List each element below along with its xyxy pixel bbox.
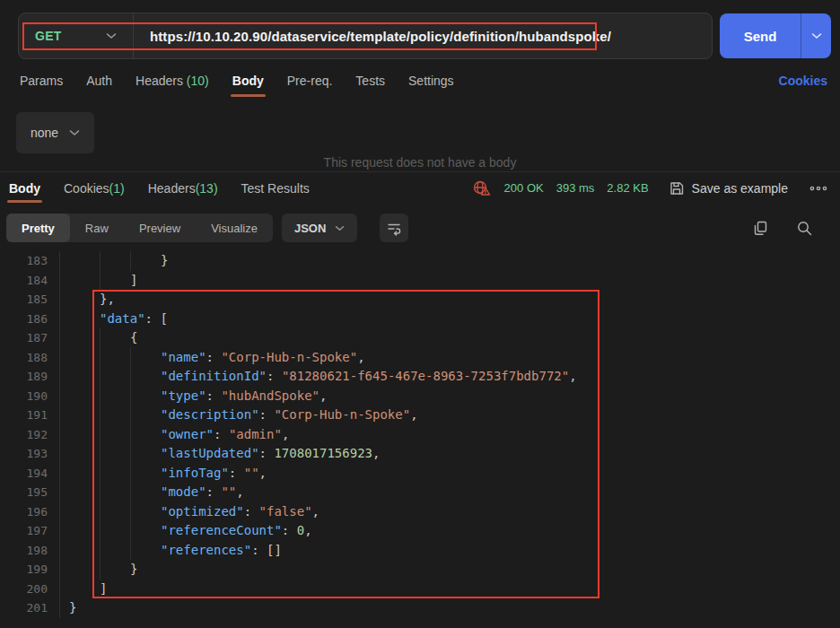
- request-tab-tests[interactable]: Tests: [355, 74, 385, 97]
- url-input[interactable]: https://10.10.20.90/dataservice/template…: [150, 29, 611, 44]
- code-text: "mode": "",: [161, 484, 244, 499]
- token: "name": [161, 350, 206, 364]
- token: ,: [304, 523, 311, 537]
- indent-guide: [100, 483, 101, 502]
- indent-guide: [100, 251, 101, 271]
- more-options-button[interactable]: [809, 186, 827, 191]
- request-url-row: GET https://10.10.20.90/dataservice/temp…: [18, 13, 831, 59]
- indent-guide: [100, 464, 101, 484]
- response-tab-body[interactable]: Body: [9, 172, 40, 204]
- chevron-down-icon: [335, 225, 345, 231]
- indent-guide: [100, 560, 101, 580]
- wrap-text-button[interactable]: [380, 214, 408, 242]
- token: 0: [297, 523, 304, 537]
- token: "81280621-f645-467e-8963-7253f7bdb772": [282, 369, 569, 383]
- search-button[interactable]: [796, 220, 813, 237]
- code-line: 189"definitionId": "81280621-f645-467e-8…: [0, 367, 840, 387]
- response-size[interactable]: 2.82 KB: [607, 181, 648, 195]
- token: :: [259, 407, 275, 422]
- status-badge[interactable]: 200 OK: [504, 181, 544, 195]
- line-number: 200: [0, 580, 48, 599]
- indent-guide: [100, 425, 101, 445]
- code-content: "infoTag": "",: [60, 464, 840, 484]
- token: 1708017156923: [274, 446, 372, 460]
- method-label: GET: [35, 29, 62, 43]
- tab-count: (13): [196, 181, 218, 196]
- indent-guide: [130, 387, 131, 406]
- view-tab-preview[interactable]: Preview: [124, 214, 196, 242]
- code-line: 184]: [0, 271, 840, 291]
- method-dropdown[interactable]: GET: [19, 13, 134, 58]
- view-tab-pretty[interactable]: Pretty: [6, 214, 70, 242]
- request-tab-auth[interactable]: Auth: [86, 74, 112, 97]
- code-text: ]: [100, 581, 107, 596]
- code-line: 201}: [0, 598, 840, 618]
- request-tab-settings[interactable]: Settings: [408, 74, 454, 97]
- response-tabs: BodyCookies (1)Headers (13)Test Results: [9, 172, 310, 204]
- token: :: [206, 484, 222, 499]
- body-type-dropdown[interactable]: none: [16, 112, 94, 153]
- request-tab-pre-req[interactable]: Pre-req.: [287, 74, 333, 97]
- response-tab-headers[interactable]: Headers (13): [148, 172, 218, 204]
- token: ,: [312, 504, 319, 519]
- gutter-divider: [48, 271, 60, 291]
- line-number: 193: [0, 444, 48, 464]
- code-line: 194"infoTag": "",: [0, 464, 840, 484]
- tab-label: Headers: [148, 181, 196, 196]
- indent-guide: [130, 483, 131, 502]
- indent-guide: [100, 367, 101, 387]
- code-line: 195"mode": "",: [0, 483, 840, 502]
- token: ]: [130, 273, 137, 287]
- tab-label: Params: [20, 74, 63, 88]
- code-text: "optimized": "false",: [161, 504, 319, 519]
- cookies-link[interactable]: Cookies: [779, 74, 827, 88]
- tab-label: Pre-req.: [287, 74, 333, 88]
- code-content: "definitionId": "81280621-f645-467e-8963…: [60, 367, 840, 387]
- code-content: "references": []: [60, 541, 840, 561]
- line-number: 191: [0, 406, 48, 425]
- response-tab-cookies[interactable]: Cookies (1): [64, 172, 125, 204]
- send-button[interactable]: Send: [720, 13, 801, 58]
- request-tab-params[interactable]: Params: [20, 74, 63, 97]
- ellipsis-icon: [809, 186, 827, 191]
- token: :: [259, 446, 275, 460]
- gutter-divider: [48, 406, 60, 425]
- response-time[interactable]: 393 ms: [556, 181, 595, 195]
- format-dropdown[interactable]: JSON: [282, 214, 357, 242]
- token: :: [206, 388, 222, 403]
- gutter-divider: [48, 444, 60, 464]
- search-icon: [796, 220, 813, 237]
- code-line: 196"optimized": "false",: [0, 502, 840, 522]
- code-content: ]: [60, 580, 840, 599]
- code-text: "data": [: [100, 311, 168, 326]
- request-tab-headers[interactable]: Headers (10): [136, 74, 209, 97]
- indent-guide: [100, 328, 101, 348]
- globe-warning-icon[interactable]: [472, 179, 492, 197]
- save-as-example-button[interactable]: Save as example: [669, 180, 788, 196]
- gutter-divider: [48, 541, 60, 561]
- token: "infoTag": [161, 466, 229, 480]
- view-tab-visualize[interactable]: Visualize: [196, 214, 273, 242]
- tab-label: Body: [232, 74, 264, 88]
- token: :: [244, 504, 259, 519]
- view-tab-raw[interactable]: Raw: [70, 214, 124, 242]
- empty-body-message: This request does not have a body: [0, 155, 840, 170]
- code-content: "name": "Corp-Hub-n-Spoke",: [60, 348, 840, 368]
- indent-guide: [130, 521, 131, 541]
- gutter-divider: [48, 580, 60, 599]
- url-bar: GET https://10.10.20.90/dataservice/temp…: [18, 13, 713, 59]
- line-number: 190: [0, 387, 48, 406]
- gutter-divider: [48, 290, 60, 310]
- request-tab-body[interactable]: Body: [232, 74, 264, 97]
- code-text: }: [161, 253, 168, 267]
- send-options-button[interactable]: [801, 13, 831, 58]
- response-header: BodyCookies (1)Headers (13)Test Results …: [0, 171, 840, 204]
- gutter-divider: [48, 560, 60, 580]
- view-mode-tabs: PrettyRawPreviewVisualize: [6, 214, 273, 242]
- code-text: "owner": "admin",: [161, 427, 289, 441]
- copy-button[interactable]: [752, 220, 769, 237]
- response-tab-test-results[interactable]: Test Results: [241, 172, 310, 204]
- token: : [: [145, 311, 168, 326]
- code-line: 186"data": [: [0, 310, 840, 329]
- token: "hubAndSpoke": [221, 388, 319, 403]
